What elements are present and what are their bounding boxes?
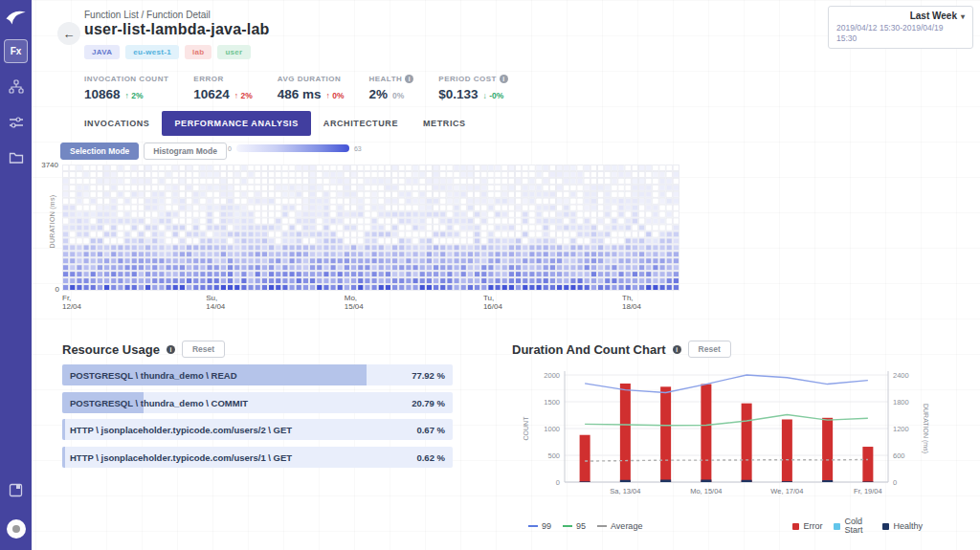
error-bar <box>862 447 873 482</box>
legend-swatch-icon <box>834 523 840 530</box>
error-bar <box>580 435 590 482</box>
right-axis-tick: 1800 <box>893 398 909 407</box>
avatar-dot-icon <box>12 525 20 533</box>
stat-delta: 0% <box>392 91 404 100</box>
date-range-preset: Last Week <box>910 11 957 21</box>
info-icon[interactable]: i <box>405 75 413 83</box>
error-bar <box>782 419 792 482</box>
folder-icon <box>9 150 24 165</box>
tag-lab[interactable]: lab <box>185 45 212 59</box>
legend-swatch-icon <box>882 523 889 530</box>
legend-swatch-icon <box>597 525 607 527</box>
resource-usage-header: Resource Usage i Reset <box>62 341 225 358</box>
tag-eu-west-1[interactable]: eu-west-1 <box>125 45 179 59</box>
legend-item-healthy[interactable]: Healthy <box>882 521 923 531</box>
duration-chart-title: Duration And Count Chart <box>512 342 666 357</box>
info-icon[interactable]: i <box>167 345 175 354</box>
resource-usage-title: Resource Usage <box>62 342 160 357</box>
right-axis-tick: 1200 <box>893 425 909 433</box>
left-axis-tick: 2000 <box>544 371 560 380</box>
stat-label: AVG DURATION <box>278 75 345 83</box>
info-icon[interactable]: i <box>500 75 508 83</box>
healthy-bar <box>742 480 752 482</box>
selection-mode-button[interactable]: Selection Mode <box>60 143 139 160</box>
sidebar-item-architecture[interactable] <box>4 75 28 99</box>
duration-chart-header: Duration And Count Chart i Reset <box>512 341 731 358</box>
tab-architecture[interactable]: ARCHITECTURE <box>311 111 411 136</box>
resource-usage-reset-button[interactable]: Reset <box>182 341 225 358</box>
tab-invocations[interactable]: INVOCATIONS <box>72 111 162 136</box>
resource-row[interactable]: POSTGRESQL \ thundra_demo \ READ77.92 % <box>62 364 453 385</box>
duration-chart-reset-button[interactable]: Reset <box>688 341 731 358</box>
legend-item-99[interactable]: 99 <box>528 521 551 531</box>
sliders-icon <box>9 115 24 130</box>
fx-icon: Fx <box>11 46 22 56</box>
resource-percent: 20.79 % <box>412 397 445 407</box>
sidebar-item-functions[interactable]: Fx <box>4 39 28 63</box>
legend-swatch-icon <box>528 525 538 527</box>
heatmap-y-axis-label: DURATION (ms) <box>49 188 56 255</box>
date-range-label: Last Week▾ <box>836 11 965 21</box>
stat-delta: ↑ 0% <box>326 91 345 100</box>
right-axis-tick: 0 <box>893 478 897 487</box>
stat-value: 10868 <box>84 87 121 101</box>
tag-java[interactable]: JAVA <box>84 45 120 59</box>
resource-percent: 77.92 % <box>412 370 445 381</box>
heatmap-x-tick: Su,14/04 <box>206 294 225 311</box>
heatmap-ymax-label: 3740 <box>33 161 58 169</box>
duration-heatmap: 3740 0 DURATION (ms) <box>62 165 679 291</box>
breadcrumb: Function List / Function Detail <box>84 10 211 20</box>
stat-delta: ↑ 2% <box>125 91 144 100</box>
resource-bar-fill <box>62 419 65 440</box>
stat-value-row: 10868↑ 2% <box>84 87 168 101</box>
tag-user[interactable]: user <box>217 45 250 59</box>
resource-row[interactable]: HTTP \ jsonplaceholder.typicode.com/user… <box>62 419 453 440</box>
left-axis-tick: 0 <box>556 478 560 487</box>
legend-item-error[interactable]: Error <box>792 521 822 531</box>
x-tick-label: We, 17/04 <box>770 487 803 495</box>
tab-performance-analysis[interactable]: PERFORMANCE ANALYSIS <box>162 111 310 136</box>
sidebar-item-settings[interactable] <box>4 110 28 134</box>
thundra-logo-icon[interactable] <box>5 7 28 28</box>
legend-swatch-icon <box>792 523 799 530</box>
stat-delta: ↑ 2% <box>234 91 253 100</box>
error-bar <box>620 384 631 482</box>
heatmap-ymin-label: 0 <box>51 285 59 294</box>
back-button[interactable]: ← <box>57 22 80 45</box>
healthy-bar <box>822 480 833 482</box>
healthy-bar <box>701 479 711 482</box>
heatmap-color-scale: 0 63 <box>228 144 362 152</box>
mode-toggle: Selection Mode Histogram Mode <box>60 143 227 160</box>
resource-label: POSTGRESQL \ thundra_demo \ COMMIT <box>70 397 248 407</box>
scale-max-label: 63 <box>354 145 362 152</box>
x-tick-label: Mo, 15/04 <box>690 487 722 495</box>
duration-count-chart[interactable]: 00500600100012001500180020002400Sa, 13/0… <box>517 362 938 513</box>
sidebar-item-changelog[interactable] <box>4 478 28 502</box>
user-avatar[interactable] <box>7 519 26 539</box>
legend-label: Average <box>611 521 642 531</box>
legend-label: Error <box>803 521 822 531</box>
legend-label: 99 <box>542 521 551 531</box>
page-title: user-list-lambda-java-lab <box>84 21 270 38</box>
left-axis-title: COUNT <box>523 416 529 441</box>
legend-item-cold-start[interactable]: Cold Start <box>834 517 871 536</box>
tab-metrics[interactable]: METRICS <box>411 111 479 136</box>
bar-legend-group: ErrorCold StartHealthy <box>792 517 923 536</box>
error-bar <box>742 404 752 482</box>
heatmap-canvas[interactable] <box>62 165 679 291</box>
legend-item-95[interactable]: 95 <box>563 521 586 531</box>
line-legend-group: 9995Average <box>528 521 642 531</box>
healthy-bar <box>660 479 671 482</box>
left-axis-tick: 1000 <box>544 425 560 433</box>
sidebar-item-projects[interactable] <box>4 145 28 169</box>
stat-value: 10624 <box>193 87 230 101</box>
info-icon[interactable]: i <box>673 345 681 354</box>
resource-row[interactable]: HTTP \ jsonplaceholder.typicode.com/user… <box>62 447 453 468</box>
resource-row[interactable]: POSTGRESQL \ thundra_demo \ COMMIT20.79 … <box>62 392 453 413</box>
chart-legend: 9995Average ErrorCold StartHealthy <box>528 517 923 536</box>
stat-label: INVOCATION COUNT <box>84 75 168 83</box>
color-gradient-bar <box>236 144 349 152</box>
date-range-picker[interactable]: Last Week▾ 2019/04/12 15:30-2019/04/19 1… <box>828 6 973 49</box>
legend-item-average[interactable]: Average <box>597 521 642 531</box>
histogram-mode-button[interactable]: Histogram Mode <box>144 143 227 160</box>
